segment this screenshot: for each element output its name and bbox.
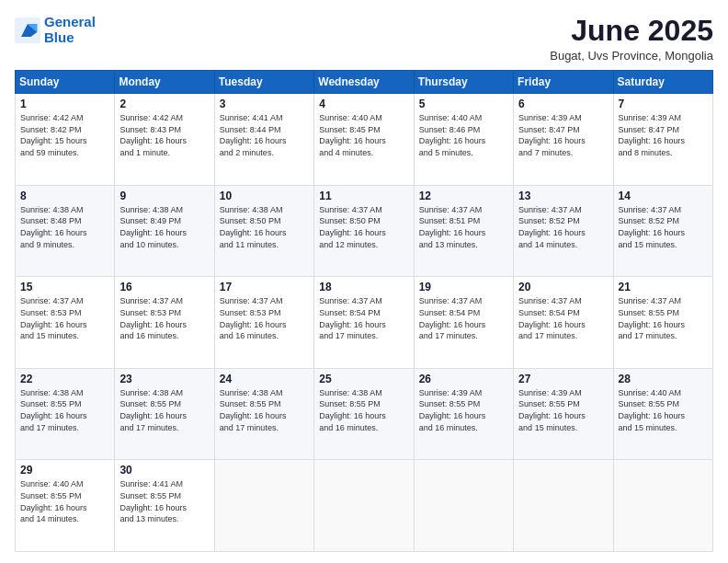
calendar-cell [214,460,313,552]
logo: General Blue [15,15,96,45]
day-number: 1 [20,98,109,110]
day-number: 10 [220,190,309,202]
day-number: 18 [319,281,408,293]
day-number: 20 [518,281,608,293]
calendar-cell: 18Sunrise: 4:37 AM Sunset: 8:54 PM Dayli… [314,277,414,369]
calendar-cell: 1Sunrise: 4:42 AM Sunset: 8:42 PM Daylig… [16,94,115,186]
main-title: June 2025 [550,15,713,47]
day-info: Sunrise: 4:37 AM Sunset: 8:53 PM Dayligh… [119,295,209,341]
day-number: 2 [119,98,209,110]
day-number: 27 [518,373,608,385]
day-info: Sunrise: 4:38 AM Sunset: 8:55 PM Dayligh… [20,387,109,433]
calendar-cell: 11Sunrise: 4:37 AM Sunset: 8:50 PM Dayli… [314,185,414,277]
calendar-cell: 30Sunrise: 4:41 AM Sunset: 8:55 PM Dayli… [115,460,214,552]
day-number: 24 [220,373,309,385]
day-number: 21 [619,281,708,293]
calendar-cell: 27Sunrise: 4:39 AM Sunset: 8:55 PM Dayli… [514,368,613,460]
subtitle: Bugat, Uvs Province, Mongolia [550,49,713,63]
calendar-cell: 3Sunrise: 4:41 AM Sunset: 8:44 PM Daylig… [214,94,313,186]
day-number: 30 [119,464,209,477]
day-info: Sunrise: 4:38 AM Sunset: 8:55 PM Dayligh… [319,387,408,433]
calendar-cell [613,460,712,552]
day-number: 11 [319,190,408,202]
day-number: 15 [20,281,109,293]
calendar-week-1: 1Sunrise: 4:42 AM Sunset: 8:42 PM Daylig… [16,94,713,186]
day-number: 22 [20,373,109,385]
day-info: Sunrise: 4:37 AM Sunset: 8:53 PM Dayligh… [20,295,109,341]
calendar-cell [314,460,414,552]
page: General Blue June 2025 Bugat, Uvs Provin… [0,0,728,563]
calendar-cell [514,460,613,552]
calendar-cell: 28Sunrise: 4:40 AM Sunset: 8:55 PM Dayli… [613,368,712,460]
day-number: 16 [119,281,209,293]
day-info: Sunrise: 4:38 AM Sunset: 8:50 PM Dayligh… [220,204,309,250]
calendar-header-monday: Monday [115,71,214,94]
day-info: Sunrise: 4:39 AM Sunset: 8:55 PM Dayligh… [419,387,508,433]
day-number: 7 [619,98,708,110]
day-info: Sunrise: 4:38 AM Sunset: 8:49 PM Dayligh… [119,204,209,250]
day-info: Sunrise: 4:38 AM Sunset: 8:48 PM Dayligh… [20,204,109,250]
calendar-header-sunday: Sunday [16,71,115,94]
calendar-cell: 15Sunrise: 4:37 AM Sunset: 8:53 PM Dayli… [16,277,115,369]
day-info: Sunrise: 4:42 AM Sunset: 8:42 PM Dayligh… [20,112,109,158]
calendar-cell: 12Sunrise: 4:37 AM Sunset: 8:51 PM Dayli… [414,185,513,277]
title-block: June 2025 Bugat, Uvs Province, Mongolia [550,15,713,63]
calendar-cell: 2Sunrise: 4:42 AM Sunset: 8:43 PM Daylig… [115,94,214,186]
calendar-cell: 19Sunrise: 4:37 AM Sunset: 8:54 PM Dayli… [414,277,513,369]
calendar-week-5: 29Sunrise: 4:40 AM Sunset: 8:55 PM Dayli… [16,460,713,552]
calendar-cell: 26Sunrise: 4:39 AM Sunset: 8:55 PM Dayli… [414,368,513,460]
calendar-cell [414,460,513,552]
calendar-table: SundayMondayTuesdayWednesdayThursdayFrid… [15,70,713,552]
day-number: 25 [319,373,408,385]
day-info: Sunrise: 4:40 AM Sunset: 8:55 PM Dayligh… [20,478,109,524]
day-number: 23 [119,373,209,385]
day-number: 19 [419,281,508,293]
day-info: Sunrise: 4:42 AM Sunset: 8:43 PM Dayligh… [119,112,209,158]
calendar-cell: 16Sunrise: 4:37 AM Sunset: 8:53 PM Dayli… [115,277,214,369]
day-number: 5 [419,98,508,110]
calendar-week-4: 22Sunrise: 4:38 AM Sunset: 8:55 PM Dayli… [16,368,713,460]
calendar-header-friday: Friday [514,71,613,94]
day-info: Sunrise: 4:39 AM Sunset: 8:47 PM Dayligh… [518,112,608,158]
day-info: Sunrise: 4:37 AM Sunset: 8:51 PM Dayligh… [419,204,508,250]
calendar-header-saturday: Saturday [613,71,712,94]
calendar-cell: 7Sunrise: 4:39 AM Sunset: 8:47 PM Daylig… [613,94,712,186]
day-number: 26 [419,373,508,385]
calendar-header-tuesday: Tuesday [214,71,313,94]
day-number: 8 [20,190,109,202]
day-info: Sunrise: 4:38 AM Sunset: 8:55 PM Dayligh… [220,387,309,433]
calendar-cell: 6Sunrise: 4:39 AM Sunset: 8:47 PM Daylig… [514,94,613,186]
calendar-week-2: 8Sunrise: 4:38 AM Sunset: 8:48 PM Daylig… [16,185,713,277]
day-info: Sunrise: 4:40 AM Sunset: 8:46 PM Dayligh… [419,112,508,158]
day-info: Sunrise: 4:40 AM Sunset: 8:55 PM Dayligh… [619,387,708,433]
day-number: 4 [319,98,408,110]
header: General Blue June 2025 Bugat, Uvs Provin… [15,15,713,63]
calendar-cell: 8Sunrise: 4:38 AM Sunset: 8:48 PM Daylig… [16,185,115,277]
calendar-cell: 14Sunrise: 4:37 AM Sunset: 8:52 PM Dayli… [613,185,712,277]
day-info: Sunrise: 4:37 AM Sunset: 8:55 PM Dayligh… [619,295,708,341]
calendar-header-wednesday: Wednesday [314,71,414,94]
calendar-header-thursday: Thursday [414,71,513,94]
day-info: Sunrise: 4:37 AM Sunset: 8:54 PM Dayligh… [518,295,608,341]
day-info: Sunrise: 4:37 AM Sunset: 8:52 PM Dayligh… [518,204,608,250]
calendar-cell: 20Sunrise: 4:37 AM Sunset: 8:54 PM Dayli… [514,277,613,369]
calendar-cell: 22Sunrise: 4:38 AM Sunset: 8:55 PM Dayli… [16,368,115,460]
day-number: 17 [220,281,309,293]
day-info: Sunrise: 4:37 AM Sunset: 8:52 PM Dayligh… [619,204,708,250]
calendar-cell: 21Sunrise: 4:37 AM Sunset: 8:55 PM Dayli… [613,277,712,369]
logo-line2: Blue [44,29,74,45]
day-info: Sunrise: 4:39 AM Sunset: 8:55 PM Dayligh… [518,387,608,433]
day-info: Sunrise: 4:38 AM Sunset: 8:55 PM Dayligh… [119,387,209,433]
calendar-cell: 23Sunrise: 4:38 AM Sunset: 8:55 PM Dayli… [115,368,214,460]
day-info: Sunrise: 4:41 AM Sunset: 8:55 PM Dayligh… [119,478,209,524]
day-number: 3 [220,98,309,110]
day-info: Sunrise: 4:37 AM Sunset: 8:50 PM Dayligh… [319,204,408,250]
day-info: Sunrise: 4:40 AM Sunset: 8:45 PM Dayligh… [319,112,408,158]
calendar-cell: 13Sunrise: 4:37 AM Sunset: 8:52 PM Dayli… [514,185,613,277]
day-info: Sunrise: 4:37 AM Sunset: 8:53 PM Dayligh… [220,295,309,341]
logo-line1: General [44,14,96,29]
day-number: 29 [20,464,109,477]
day-info: Sunrise: 4:41 AM Sunset: 8:44 PM Dayligh… [220,112,309,158]
calendar-cell: 4Sunrise: 4:40 AM Sunset: 8:45 PM Daylig… [314,94,414,186]
day-number: 9 [119,190,209,202]
